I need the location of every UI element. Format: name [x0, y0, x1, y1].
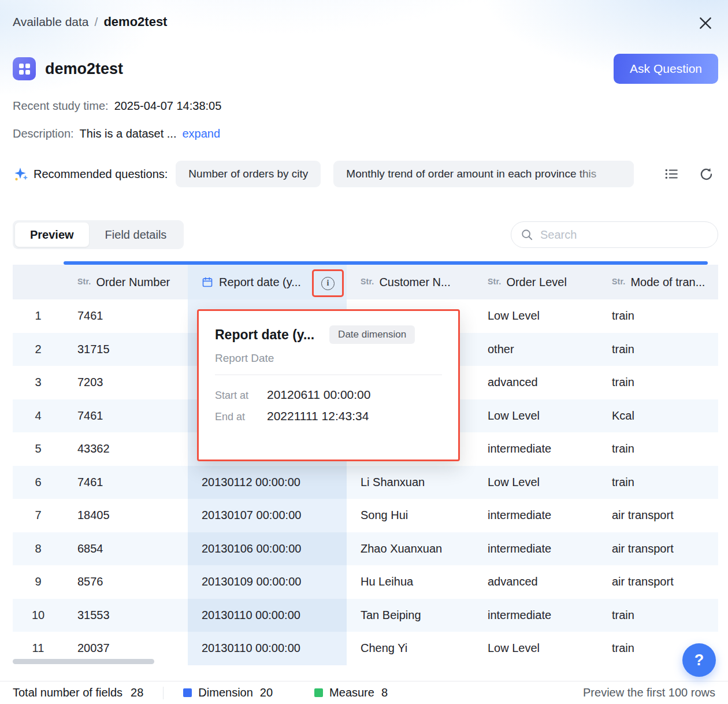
question-list-button[interactable]: [663, 166, 679, 182]
measure-count: 8: [381, 686, 388, 699]
order-level-cell: Low Level: [474, 466, 598, 499]
popover-field-title: Report date (y...: [215, 327, 314, 343]
horizontal-scrollbar-top[interactable]: [64, 261, 708, 265]
breadcrumb-parent-link[interactable]: Available data: [13, 15, 89, 29]
order-level-cell: advanced: [474, 366, 598, 399]
tab-preview[interactable]: Preview: [15, 223, 89, 247]
table-row: 6746120130112 00:00:00Li ShanxuanLow Lev…: [13, 466, 718, 499]
start-at-value: 20120611 00:00:00: [267, 388, 370, 402]
row-index-cell: 9: [13, 565, 64, 599]
report-date-cell: 20130110 00:00:00: [188, 632, 347, 665]
description-line: Description: This is a dataset ... expan…: [13, 127, 220, 140]
report-date-cell: 20130107 00:00:00: [188, 499, 347, 532]
table-row: 8685420130106 00:00:00Zhao Xuanxuaninter…: [13, 532, 718, 566]
transport-mode-cell: air transport: [598, 532, 718, 566]
horizontal-scrollbar-thumb[interactable]: [13, 659, 154, 664]
refresh-icon: [699, 166, 714, 182]
tabs-row: Preview Field details: [13, 220, 718, 249]
row-index-cell: 4: [13, 399, 64, 433]
popover-start-row: Start at 20120611 00:00:00: [215, 388, 442, 402]
order-number-cell: 43362: [64, 432, 188, 466]
row-index-cell: 3: [13, 366, 64, 399]
popover-title-row: Report date (y... Date dimension: [215, 325, 442, 344]
order-level-cell: intermediate: [474, 499, 598, 532]
order-number-cell: 7461: [64, 299, 188, 333]
column-header-customer[interactable]: Str. Customer N...: [347, 265, 474, 299]
start-at-label: Start at: [215, 390, 267, 402]
calendar-icon: [202, 276, 213, 288]
report-date-cell: 20130109 00:00:00: [188, 565, 347, 599]
recommended-actions: [663, 166, 714, 182]
order-number-cell: 7461: [64, 466, 188, 499]
recommended-questions-row: Recommended questions: Number of orders …: [13, 161, 714, 187]
row-index-cell: 6: [13, 466, 64, 499]
transport-mode-cell: train: [598, 466, 718, 499]
column-header-index: [13, 265, 64, 299]
order-level-cell: Low Level: [474, 632, 598, 665]
order-number-cell: 7461: [64, 399, 188, 433]
study-time-label: Recent study time:: [13, 99, 109, 113]
transport-mode-cell: air transport: [598, 565, 718, 599]
customer-name-cell: Zhao Xuanxuan: [347, 532, 474, 566]
column-header-label: Report date (y...: [219, 276, 301, 289]
dimension-color-swatch: [183, 688, 192, 697]
order-level-cell: other: [474, 333, 598, 366]
report-date-cell: 20130106 00:00:00: [188, 532, 347, 566]
order-level-cell: intermediate: [474, 599, 598, 632]
column-header-label: Mode of tran...: [630, 276, 705, 289]
refresh-questions-button[interactable]: [698, 166, 714, 182]
measure-legend: Measure 8: [314, 686, 388, 699]
row-index-cell: 8: [13, 532, 64, 566]
report-date-cell: 20130110 00:00:00: [188, 599, 347, 632]
transport-mode-cell: train: [598, 333, 718, 366]
order-number-cell: 8576: [64, 565, 188, 599]
order-level-cell: Low Level: [474, 299, 598, 333]
row-index-cell: 10: [13, 599, 64, 632]
transport-mode-cell: Kcal: [598, 399, 718, 433]
string-type-badge: Str.: [77, 277, 91, 286]
search-input[interactable]: [539, 228, 708, 242]
transport-mode-cell: train: [598, 432, 718, 466]
column-header-transport-mode[interactable]: Str. Mode of tran...: [598, 265, 718, 299]
transport-mode-cell: train: [598, 599, 718, 632]
breadcrumb: Available data / demo2test: [13, 14, 167, 29]
customer-name-cell: Song Hui: [347, 499, 474, 532]
expand-link[interactable]: expand: [182, 127, 220, 140]
row-index-cell: 7: [13, 499, 64, 532]
order-number-cell: 31715: [64, 333, 188, 366]
order-level-cell: intermediate: [474, 432, 598, 466]
end-at-label: End at: [215, 411, 267, 423]
recommended-question-1[interactable]: Number of orders by city: [176, 161, 321, 187]
title-row: demo2test Ask Question: [13, 54, 718, 84]
tab-field-details[interactable]: Field details: [90, 223, 182, 247]
info-icon-highlight-box: i: [312, 269, 344, 297]
customer-name-cell: Cheng Yi: [347, 632, 474, 665]
column-header-label: Order Level: [506, 276, 567, 289]
footer-divider: [163, 687, 164, 699]
order-level-cell: intermediate: [474, 532, 598, 566]
study-time-line: Recent study time: 2025-04-07 14:38:05: [13, 99, 221, 113]
column-header-order-level[interactable]: Str. Order Level: [474, 265, 598, 299]
field-info-popover: Report date (y... Date dimension Report …: [197, 309, 460, 461]
string-type-badge: Str.: [612, 277, 625, 286]
transport-mode-cell: air transport: [598, 499, 718, 532]
description-label: Description:: [13, 127, 74, 140]
help-button[interactable]: ?: [682, 643, 716, 677]
string-type-badge: Str.: [361, 277, 374, 286]
order-level-cell: advanced: [474, 565, 598, 599]
column-header-label: Order Number: [96, 276, 170, 289]
column-header-order-number[interactable]: Str. Order Number: [64, 265, 188, 299]
info-icon[interactable]: i: [321, 277, 335, 290]
close-button[interactable]: [697, 15, 714, 32]
view-tabs: Preview Field details: [13, 220, 184, 249]
search-icon: [521, 228, 533, 241]
breadcrumb-current: demo2test: [103, 14, 167, 29]
dataset-detail-page: Available data / demo2test demo2test Ask…: [0, 0, 728, 704]
end-at-value: 20221111 12:43:34: [267, 409, 369, 423]
customer-name-cell: Hu Leihua: [347, 565, 474, 599]
dimension-legend: Dimension 20: [183, 686, 273, 699]
preview-rows-note: Preview the first 100 rows: [583, 686, 715, 699]
order-level-cell: Low Level: [474, 399, 598, 433]
recommended-question-2[interactable]: Monthly trend of order amount in each pr…: [333, 161, 634, 187]
ask-question-button[interactable]: Ask Question: [614, 54, 718, 84]
